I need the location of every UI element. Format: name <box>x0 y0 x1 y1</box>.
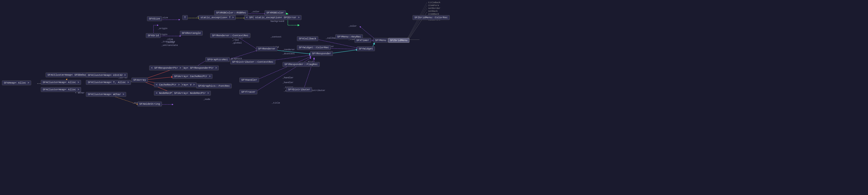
label-color1: _color <box>251 10 259 13</box>
node-sfgraphicsnoi[interactable]: SFGraphicsNoi <box>205 57 230 62</box>
node-sfxclusterheap-wchar[interactable]: SFXClusterHeap< WChar > <box>86 92 126 97</box>
label-node3: _node <box>204 98 210 101</box>
node-sfydistributer[interactable]: SFYDistributer <box>286 87 312 92</box>
diagram-container: SFAHeap< Alloc > SFAClusterHeap< Alloc >… <box>0 0 868 195</box>
label-color3: _color <box>348 25 356 27</box>
label-untranslate: _untranslate <box>161 44 178 47</box>
node-sfyrenderer[interactable]: SFYRenderer <box>256 46 278 51</box>
svg-line-43 <box>408 8 427 40</box>
node-sfxtimer[interactable]: SFXTimer <box>354 38 371 43</box>
label-handler1: _handler <box>282 76 293 79</box>
node-static-exception-t[interactable]: static_exception< T > <box>198 15 236 20</box>
node-sfywidget[interactable]: SFYWidget <box>357 46 375 51</box>
node-sfxrectangle[interactable]: SFXRectangle <box>180 31 203 35</box>
node-sfxrgbcolor-rgbrec[interactable]: SFXRGBColor::RGBRec <box>214 10 248 15</box>
node-sfxclusterheap-uint32[interactable]: SFXClusterHeap< UInt32 > <box>86 73 128 78</box>
node-sfxarray-noderecptr[interactable]: SFXArray< NodeRecPtr > <box>172 91 211 95</box>
node-static-exception-sfcerror[interactable]: static_exception< SFCError > <box>253 15 302 20</box>
node-sfxarray-cacherecptr[interactable]: SFXArray< CacheRecPtr > <box>172 74 213 79</box>
node-sfyhandler[interactable]: SFYHandler <box>239 78 259 82</box>
node-sfxwidestring[interactable]: SFXWideString <box>137 102 162 106</box>
node-sfzgridmenu-colorrec[interactable]: SFZGridMenu::ColorRec <box>412 15 450 20</box>
label-clip: _clip <box>166 38 173 40</box>
node-sfaarray[interactable]: SFAArray <box>131 78 148 82</box>
node-sfxgrid[interactable]: SFXGrid <box>146 33 161 38</box>
label-title: _title <box>272 102 280 104</box>
label-origin2: _origin <box>158 27 167 30</box>
label-uclip: _uclip <box>166 41 174 44</box>
node-sfzgridmenu[interactable]: SFZGridMenu <box>388 38 409 43</box>
label-dcontext: _dcontext <box>282 52 295 55</box>
node-sfxclusterheap-t-alloc[interactable]: SFXClusterHeap< T, Alloc > <box>86 80 131 85</box>
label-context: _context <box>271 35 282 38</box>
edge-layer <box>0 0 868 195</box>
label-titleback: titleBack <box>428 1 440 4</box>
label-handler2: _handler <box>282 81 293 84</box>
svg-line-8 <box>144 77 173 80</box>
node-cacherecptr[interactable]: < CacheRecPtr > <box>154 82 182 87</box>
svg-line-42 <box>408 5 427 39</box>
node-sfydistributer-contextrec[interactable]: SFYDistributer::ContextRec <box>230 60 275 64</box>
node-sfyresponderptr-label[interactable]: < SFYResponderPtr > <box>149 65 183 71</box>
label-setborder: setBorder <box>428 7 440 9</box>
node-sfyresponder[interactable]: SFYResponder <box>310 51 333 56</box>
node-sfaclusterheap-alloc2[interactable]: SFAClusterHeap< Alloc > <box>41 87 81 92</box>
label-real: _real <box>232 39 239 41</box>
label-setback: setBack <box>428 10 438 12</box>
node-t[interactable]: T <box>182 15 188 20</box>
node-sfyrenderer-contextrec[interactable]: SFYRenderer::ContextRec <box>210 33 250 38</box>
node-sfyrenderer-flagrec[interactable]: SFYResponder::FlagRec <box>282 62 320 67</box>
node-sfxcallback[interactable]: SFXCallback <box>297 36 318 41</box>
label-renderer: _renderer <box>282 48 295 51</box>
label-itemfore: itemFore <box>428 4 439 7</box>
node-sfytracer[interactable]: SFYTracer <box>239 90 257 94</box>
svg-line-41 <box>408 2 427 38</box>
node-sfaheap[interactable]: SFAHeap< Alloc > <box>2 80 31 85</box>
label-global: _global <box>232 41 242 44</box>
node-sfxsize[interactable]: SFXSize <box>147 16 162 21</box>
node-sfywidget-colorrec[interactable]: SFYWidget::ColorRec <box>297 45 331 50</box>
label-size: _size <box>161 16 168 19</box>
node-sfaclusterheap-alloc[interactable]: SFAClusterHeap< Alloc > <box>41 80 81 85</box>
label-background: background <box>271 20 284 23</box>
node-sfxgraphics-fontrec[interactable]: SFXGraphics::FontRec <box>196 84 232 88</box>
node-sfymenu[interactable]: SFYMenu <box>373 38 388 43</box>
node-sfxrgbcolor[interactable]: SFXRGBColor <box>265 10 286 15</box>
